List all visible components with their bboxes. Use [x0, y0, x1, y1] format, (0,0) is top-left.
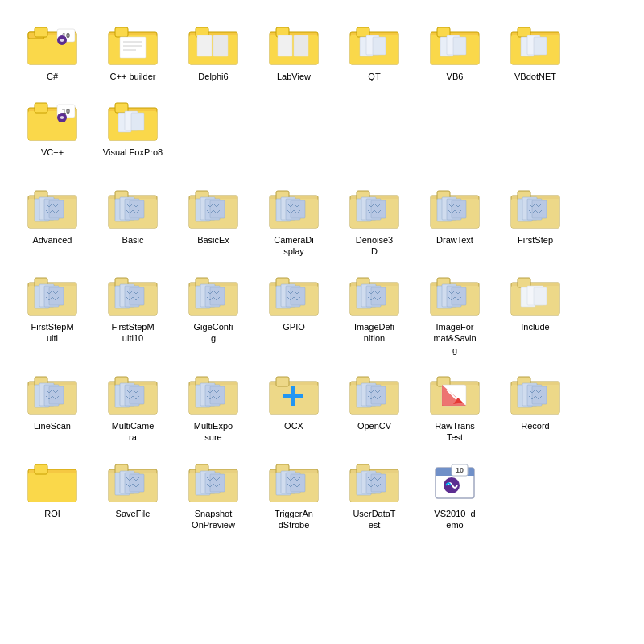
folder-label: OCX — [284, 420, 303, 431]
folder-icon-cs: 10 — [27, 23, 78, 68]
folder-firststepmulti[interactable]: FirstStepMulti — [12, 266, 93, 362]
folder-label: Basic — [122, 234, 144, 246]
folder-drawtext[interactable]: DrawText — [415, 180, 495, 264]
svg-rect-29 — [373, 37, 386, 55]
folder-label: FirstStepMulti10 — [111, 321, 154, 345]
folder-vcpp[interactable]: 10 VC++ — [12, 92, 93, 164]
folder-imageformatsaving[interactable]: ImageFormat&Saving — [415, 266, 495, 362]
folder-basicex[interactable]: BasicEx — [173, 180, 254, 264]
folder-firststepmulti10[interactable]: FirstStepMulti10 — [93, 266, 173, 362]
folder-icon-vcpp: 10 — [27, 98, 78, 143]
folder-label: ImageDefinition — [354, 321, 394, 345]
folder-include[interactable]: Include — [495, 266, 576, 362]
folder-userdatatest[interactable]: UserDataTest — [334, 453, 415, 538]
folder-savefile[interactable]: SaveFile — [93, 453, 173, 538]
folder-linescan[interactable]: LineScan — [12, 365, 93, 450]
folder-opencv[interactable]: OpenCV — [334, 365, 415, 450]
folder-label: Include — [521, 321, 549, 332]
folder-label: RawTransTest — [435, 420, 475, 444]
folder-imagedefinition[interactable]: ImageDefinition — [334, 266, 415, 362]
folder-basic[interactable]: Basic — [93, 180, 173, 264]
folder-cs[interactable]: 10 C# — [12, 16, 93, 89]
svg-rect-35 — [453, 37, 466, 55]
folder-vb6[interactable]: VB6 — [415, 16, 495, 89]
folder-firststep[interactable]: FirstStep — [495, 180, 576, 264]
folder-label: DrawText — [436, 234, 473, 246]
folder-icon-drawtext — [429, 186, 481, 231]
folder-label: Advanced — [33, 234, 72, 246]
folder-multiexposure[interactable]: MultiExposure — [173, 365, 254, 450]
folder-ocx[interactable]: OCX — [254, 365, 334, 450]
folder-label: VC++ — [41, 147, 64, 158]
folder-label: MultiExposure — [194, 420, 233, 444]
svg-rect-164 — [130, 386, 144, 404]
svg-rect-150 — [534, 287, 547, 305]
svg-rect-18 — [213, 35, 228, 56]
folder-icon-ocx — [268, 372, 320, 417]
svg-rect-144 — [452, 287, 466, 305]
folder-label: VS2010_demo — [434, 508, 475, 531]
svg-text:10: 10 — [456, 466, 464, 474]
folder-denoise3d[interactable]: Denoise3D — [334, 180, 415, 264]
svg-rect-3 — [35, 27, 47, 37]
folder-icon-delphi6 — [188, 23, 239, 68]
svg-rect-199 — [28, 473, 76, 502]
folder-label: Visual FoxPro8 — [103, 147, 163, 158]
folder-icon-imagedefinition — [349, 273, 400, 318]
folder-icon-record — [510, 372, 561, 417]
folder-delphi6[interactable]: Delphi6 — [173, 16, 254, 89]
folder-icon-basicex — [188, 186, 239, 231]
folder-icon-opencv — [349, 372, 400, 417]
svg-rect-109 — [49, 287, 64, 305]
folder-icon-linescan — [27, 372, 78, 417]
folder-icon-advanced — [27, 186, 78, 231]
folder-qt[interactable]: QT — [334, 16, 415, 89]
svg-rect-102 — [532, 200, 547, 218]
folder-label: TriggerAndStrobe — [275, 508, 313, 531]
folder-icon-rawtranstest — [429, 372, 481, 417]
folder-label: C# — [47, 71, 58, 82]
folder-labview[interactable]: LabView — [254, 16, 334, 89]
folder-icon-roi — [27, 460, 78, 505]
folder-icon-cppbuilder — [107, 23, 159, 68]
folder-rawtranstest[interactable]: RawTransTest — [415, 365, 495, 450]
folder-icon-vb6 — [429, 23, 481, 68]
folder-snapshotonpreview[interactable]: SnapshotOnPreview — [173, 453, 254, 538]
row-spacer — [12, 168, 632, 176]
svg-rect-207 — [130, 474, 144, 492]
folder-label: ImageFormat&Saving — [433, 321, 476, 356]
folder-vbdotnet[interactable]: VBdotNET — [495, 16, 576, 89]
svg-rect-17 — [197, 35, 212, 56]
folder-roi[interactable]: ROI — [12, 453, 93, 538]
folder-label: Record — [521, 420, 549, 431]
svg-rect-197 — [532, 386, 547, 404]
folder-advanced[interactable]: Advanced — [12, 180, 93, 264]
svg-rect-130 — [291, 287, 305, 305]
folder-gigeconfig[interactable]: GigeConfig — [173, 266, 254, 362]
folder-icon-cameradisplay — [268, 186, 320, 231]
folder-record[interactable]: Record — [495, 365, 576, 450]
folder-vs2010demo[interactable]: 10 VS2010_demo — [415, 453, 495, 538]
svg-rect-137 — [371, 287, 386, 305]
folder-cppbuilder[interactable]: C++ builder — [93, 16, 173, 89]
svg-rect-9 — [115, 27, 128, 37]
folder-icon-multicamera — [107, 372, 159, 417]
svg-rect-88 — [371, 200, 386, 218]
folder-label: SaveFile — [116, 508, 151, 519]
folder-label: OpenCV — [357, 420, 391, 431]
folder-icon-firststepmulti10 — [107, 273, 159, 318]
folder-cameradisplay[interactable]: CameraDisplay — [254, 180, 334, 264]
folder-visualfoxpro8[interactable]: Visual FoxPro8 — [93, 92, 173, 164]
folder-icon-gpio — [268, 273, 320, 318]
folder-icon-include — [510, 273, 561, 318]
folder-icon-vbdotnet — [510, 23, 561, 68]
svg-rect-23 — [294, 35, 308, 56]
svg-rect-183 — [371, 386, 386, 404]
folder-multicamera[interactable]: MultiCamera — [93, 365, 173, 450]
folder-gpio[interactable]: GPIO — [254, 266, 334, 362]
folder-label: LineScan — [34, 420, 71, 431]
folder-label: ROI — [44, 508, 60, 519]
svg-rect-116 — [130, 287, 144, 305]
folder-triggerandstrobe[interactable]: TriggerAndStrobe — [254, 453, 334, 538]
svg-rect-67 — [130, 200, 144, 218]
